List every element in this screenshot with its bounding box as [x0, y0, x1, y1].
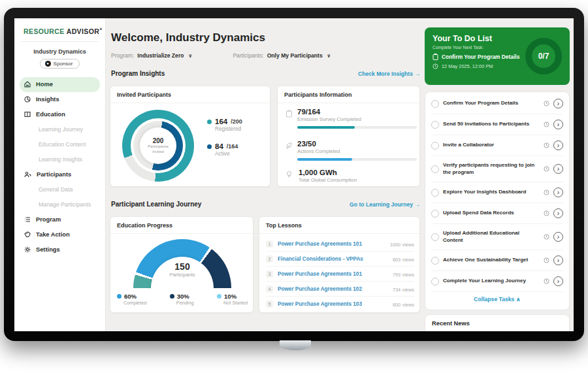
sidebar-item-program[interactable]: Program — [14, 212, 105, 227]
gauge-value: 150 — [110, 261, 254, 272]
task-checkbox[interactable] — [431, 257, 439, 265]
sidebar-item-label: Program — [36, 216, 61, 223]
donut-inner-ring: 200 Participants Invited — [133, 121, 183, 171]
sidebar-item-education[interactable]: Education — [14, 107, 105, 122]
donut-outer-ring: 200 Participants Invited — [122, 110, 194, 182]
task-open-button[interactable]: › — [553, 99, 563, 108]
stat-label: Emission Survey Completed — [297, 116, 417, 122]
actions-icon — [286, 140, 293, 161]
task-open-button[interactable]: › — [553, 276, 563, 286]
clock-icon — [544, 234, 549, 240]
task-row[interactable]: Upload Additional Educational Content › — [431, 224, 563, 250]
chevron-down-icon: ∨ — [327, 53, 331, 59]
check-more-insights-link[interactable]: Check More Insights → — [358, 71, 420, 77]
sidebar-item-learning-insights[interactable]: Learning Insights — [14, 152, 105, 167]
todo-summary-card: Your To Do List Complete Your Next Task:… — [425, 27, 570, 85]
task-row[interactable]: Send 50 Invitations to Participants › — [431, 114, 563, 135]
task-open-button[interactable]: › — [553, 120, 563, 129]
legend-value: 60% — [124, 293, 137, 300]
task-checkbox[interactable] — [431, 100, 439, 108]
sidebar-item-label: General Data — [39, 186, 73, 193]
task-row[interactable]: Invite a Collaborator › — [431, 135, 563, 156]
stat-value: 79/164 — [297, 108, 417, 116]
task-checkbox[interactable] — [431, 121, 439, 129]
lesson-link[interactable]: Power Purchase Agreements 102 — [278, 286, 388, 292]
insights-icon — [24, 96, 31, 103]
task-row[interactable]: Confirm Your Program Details › — [431, 93, 563, 114]
task-open-button[interactable]: › — [553, 255, 563, 265]
recent-news-title: Recent News — [432, 320, 563, 327]
sidebar-item-insights[interactable]: Insights — [14, 92, 105, 107]
task-row[interactable]: Complete Your Learning Journey › — [431, 271, 563, 292]
section-title: Participant Learning Journey — [111, 201, 201, 208]
views-count: 600 — [393, 302, 400, 308]
stat-label: Total Global Consumption — [299, 177, 357, 183]
lesson-link[interactable]: Power Purchase Agreements 101 — [278, 271, 388, 277]
progress-bar-track — [297, 126, 417, 129]
task-checkbox[interactable] — [431, 210, 439, 218]
lesson-link[interactable]: Power Purchase Agreements 101 — [278, 241, 385, 247]
legend-dot — [207, 144, 212, 149]
go-to-learning-journey-link[interactable]: Go to Learning Journey → — [350, 201, 420, 208]
sidebar-item-general-data[interactable]: General Data — [14, 182, 105, 197]
logo-resource: RESOURCE — [24, 27, 65, 35]
task-row[interactable]: Achieve One Sustainability Target › — [431, 250, 563, 271]
views-count: 734 — [393, 287, 400, 293]
clock-icon — [544, 142, 549, 148]
task-open-button[interactable]: › — [553, 140, 563, 150]
book-icon — [24, 111, 31, 118]
task-row[interactable]: Verify participants requesting to join t… — [431, 156, 563, 182]
chevron-right-icon: › — [557, 210, 559, 217]
lesson-row: 1 Power Purchase Agreements 101 1000 vie… — [266, 237, 414, 252]
program-filter-dropdown[interactable]: Industrialize Zero ∨ — [137, 52, 192, 59]
task-label: Confirm Your Program Details — [443, 100, 540, 107]
task-checkbox[interactable] — [431, 165, 439, 173]
task-open-button[interactable]: › — [553, 164, 563, 174]
task-label: Explore Your Insights Dashboard — [443, 189, 540, 196]
task-row[interactable]: Explore Your Insights Dashboard › — [431, 182, 563, 203]
legend-label: Registered — [215, 125, 242, 132]
lesson-row: 4 Power Purchase Agreements 102 734 view… — [266, 282, 414, 297]
task-checkbox[interactable] — [431, 142, 439, 150]
task-label: Send 50 Invitations to Participants — [443, 121, 540, 128]
lesson-link[interactable]: Power Purchase Agreements 103 — [278, 301, 388, 307]
participants-filter-value: Only My Participants — [267, 52, 323, 59]
sidebar-item-take-action[interactable]: Take Action — [14, 227, 105, 242]
task-checkbox[interactable] — [431, 233, 439, 241]
donut-center-value: 200 — [153, 137, 164, 144]
legend-label: Active — [215, 150, 242, 157]
task-row[interactable]: Upload Spend Data Records › — [431, 203, 563, 224]
sidebar-item-learning-journey[interactable]: Learning Journey — [14, 122, 105, 137]
todo-datetime-label: 12 May 2025, 12:00 PM — [442, 63, 493, 69]
sidebar-item-participants[interactable]: Participants — [14, 167, 105, 182]
progress-bar-fill — [297, 158, 352, 161]
card-title: Top Lessons — [259, 217, 419, 234]
task-checkbox[interactable] — [431, 278, 439, 286]
chevron-right-icon: › — [557, 165, 559, 172]
task-label: Verify participants requesting to join t… — [443, 162, 540, 176]
sidebar-item-manage-participants[interactable]: Manage Participants — [14, 197, 105, 212]
task-label: Complete Your Learning Journey — [443, 278, 540, 285]
todo-task-list: Confirm Your Program Details › Send 50 I… — [425, 91, 570, 310]
sidebar-item-education-content[interactable]: Education Content — [14, 137, 105, 152]
collapse-label: Collapse Tasks — [474, 296, 514, 302]
task-open-button[interactable]: › — [553, 232, 563, 242]
gear-icon — [24, 246, 31, 253]
participants-filter-label: Participants: — [233, 52, 263, 59]
app-logo: RESOURCE ADVISOR+ — [14, 18, 105, 41]
sidebar-item-home[interactable]: Home — [20, 77, 100, 92]
divider — [21, 41, 99, 42]
collapse-tasks-link[interactable]: Collapse Tasks ∧ — [431, 292, 563, 302]
task-checkbox[interactable] — [431, 189, 439, 197]
participants-filter-dropdown[interactable]: Only My Participants ∨ — [267, 52, 331, 59]
sidebar-item-settings[interactable]: Settings — [14, 242, 105, 257]
sidebar-item-label: Learning Journey — [39, 126, 83, 133]
participants-icon — [24, 171, 31, 178]
recent-news-card: Recent News — [425, 314, 570, 331]
lesson-link[interactable]: Financial Considerations - VPPAs — [278, 256, 388, 262]
task-open-button[interactable]: › — [553, 208, 563, 218]
task-open-button[interactable]: › — [553, 188, 563, 197]
page-title: Welcome, Industry Dynamics — [111, 31, 265, 44]
rank-badge: 4 — [266, 286, 273, 293]
top-lessons-card: Top Lessons 1 Power Purchase Agreements … — [259, 216, 420, 313]
